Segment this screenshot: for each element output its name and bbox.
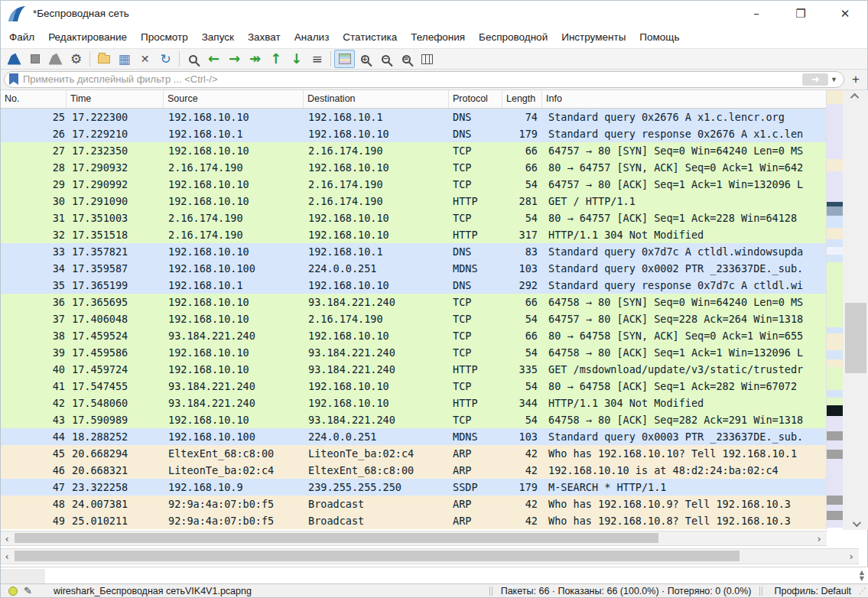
menu-беспроводной[interactable]: Беспроводной (472, 28, 554, 46)
hscroll1-thumb[interactable] (15, 533, 658, 543)
go-last-packet-button[interactable]: ↓ (286, 50, 307, 68)
edit-comment-icon[interactable]: ✎ (24, 585, 32, 596)
vertical-scrollbar[interactable] (843, 90, 868, 530)
scroll-up-button[interactable] (843, 90, 868, 102)
hscroll1-left-button[interactable]: ‹ (1, 531, 13, 545)
open-file-button[interactable] (93, 50, 114, 68)
capture-options-button[interactable]: ⚙ (66, 50, 86, 68)
packet-row[interactable]: 4520.668294EltexEnt_68:c8:00LiteonTe_ba:… (1, 445, 826, 462)
packet-row[interactable]: 3117.3510032.16.174.190192.168.10.10TCP5… (1, 210, 826, 226)
packet-row[interactable]: 4620.668321LiteonTe_ba:02:c4EltexEnt_68:… (1, 462, 826, 479)
vertical-scrollbar-thumb[interactable] (845, 303, 866, 373)
hscroll2-thumb[interactable] (15, 551, 740, 561)
packet-src: 192.168.10.1 (164, 125, 304, 142)
colorize-button[interactable] (334, 50, 355, 68)
packet-row[interactable]: 4824.00738192:9a:4a:07:b0:f5BroadcastARP… (1, 496, 826, 512)
go-to-packet-button[interactable]: ↠ (245, 50, 265, 68)
column-header-row: No.TimeSourceDestinationProtocolLengthIn… (1, 90, 826, 109)
save-file-button[interactable]: ▦ (114, 50, 135, 68)
packet-list-hscrollbar[interactable]: ‹ › (1, 531, 827, 546)
packet-row[interactable]: 4217.54806093.184.221.240192.168.10.10HT… (1, 395, 826, 411)
go-back-button[interactable]: ← (203, 50, 224, 68)
packet-row[interactable]: 4723.322258192.168.10.9239.255.255.250SS… (1, 479, 826, 496)
start-capture-button[interactable] (4, 50, 24, 68)
wireshark-window: *Беспроводная сеть – ❐ ✕ ФайлРедактирова… (0, 0, 868, 598)
column-header-time[interactable]: Time (67, 90, 164, 108)
packet-row[interactable]: 2817.2909322.16.174.190192.168.10.10TCP6… (1, 159, 826, 176)
packet-len: 54 (502, 378, 542, 395)
filter-dropdown-caret-icon[interactable]: ▼ (831, 76, 837, 83)
packet-row[interactable]: 3217.3515182.16.174.190192.168.10.10HTTP… (1, 226, 826, 243)
detail-pane-hscrollbar[interactable]: ‹ › (1, 548, 859, 564)
reload-file-button[interactable]: ↻ (155, 50, 176, 68)
stop-capture-button[interactable] (24, 50, 45, 68)
packet-info: 80 → 64757 [SYN, ACK] Seq=0 Ack=1 Win=64… (542, 159, 826, 176)
menu-просмотр[interactable]: Просмотр (134, 28, 195, 46)
minimize-button[interactable]: – (734, 1, 779, 26)
zoom-out-button[interactable]: − (375, 50, 396, 68)
packet-row[interactable]: 3417.359587192.168.10.100224.0.0.251MDNS… (1, 260, 826, 277)
restart-capture-button[interactable] (45, 50, 66, 68)
packet-row[interactable]: 4418.288252192.168.10.100224.0.0.251MDNS… (1, 428, 826, 445)
packet-row[interactable]: 3317.357821192.168.10.10192.168.10.1DNS8… (1, 243, 826, 260)
packet-row[interactable]: 2717.232350192.168.10.102.16.174.190TCP6… (1, 142, 826, 159)
resize-grip[interactable]: ⋰ (859, 587, 868, 595)
packet-len: 54 (502, 411, 542, 428)
profile-label[interactable]: Профиль: Default (763, 586, 859, 596)
packet-row[interactable]: 3017.291090192.168.10.102.16.174.190HTTP… (1, 193, 826, 210)
expert-info-icon[interactable] (8, 587, 18, 596)
packet-row[interactable]: 3617.365695192.168.10.1093.184.221.240TC… (1, 294, 826, 310)
packet-row[interactable]: 3717.406048192.168.10.102.16.174.190TCP5… (1, 310, 826, 327)
menu-захват[interactable]: Захват (241, 28, 288, 46)
column-header-source[interactable]: Source (164, 90, 304, 108)
minimap-band (827, 416, 843, 431)
column-header-destination[interactable]: Destination (304, 90, 449, 108)
column-header-protocol[interactable]: Protocol (449, 90, 502, 108)
menu-статистика[interactable]: Статистика (336, 28, 404, 46)
close-file-button[interactable]: ✕ (135, 50, 155, 68)
menu-редактирование[interactable]: Редактирование (41, 28, 134, 46)
apply-filter-button[interactable]: ➜ (802, 73, 828, 86)
menu-помощь[interactable]: Помощь (632, 28, 686, 46)
packet-row[interactable]: 4017.459724192.168.10.1093.184.221.240HT… (1, 361, 826, 378)
auto-scroll-button[interactable]: ≡ (307, 50, 327, 68)
packet-row[interactable]: 4117.54745593.184.221.240192.168.10.10TC… (1, 378, 826, 395)
close-button[interactable]: ✕ (823, 1, 867, 26)
column-header-info[interactable]: Info (542, 90, 826, 108)
display-filter-input[interactable] (23, 73, 802, 85)
hscroll1-right-button[interactable]: › (813, 531, 825, 545)
menu-запуск[interactable]: Запуск (195, 28, 241, 46)
resize-columns-button[interactable] (417, 50, 437, 68)
zoom-in-button[interactable]: + (355, 50, 375, 68)
packet-row[interactable]: 2617.229210192.168.10.1192.168.10.10DNS1… (1, 125, 826, 142)
packet-proto: HTTP (449, 226, 502, 243)
go-forward-button[interactable]: → (224, 50, 245, 68)
add-filter-button[interactable]: + (849, 72, 863, 87)
packet-row[interactable]: 3917.459586192.168.10.1093.184.221.240TC… (1, 344, 826, 361)
packet-time: 17.365695 (67, 294, 164, 310)
packet-row[interactable]: 3517.365199192.168.10.1192.168.10.10DNS2… (1, 277, 826, 294)
hscroll2-right-button[interactable]: › (845, 549, 857, 564)
menu-инструменты[interactable]: Инструменты (554, 28, 632, 46)
packet-row[interactable]: 2517.222300192.168.10.10192.168.10.1DNS7… (1, 109, 826, 125)
packet-row[interactable]: 2917.290992192.168.10.102.16.174.190TCP5… (1, 176, 826, 193)
zoom-reset-button[interactable]: = (396, 50, 417, 68)
packet-row[interactable]: 3817.45952493.184.221.240192.168.10.10TC… (1, 327, 826, 344)
pane-spinner[interactable]: ▲▼ (860, 570, 864, 582)
maximize-button[interactable]: ❐ (779, 1, 823, 26)
packet-minimap[interactable] (826, 90, 843, 530)
hscroll2-left-button[interactable]: ‹ (1, 549, 13, 564)
packet-row[interactable]: 4925.01021192:9a:4a:07:b0:f5BroadcastARP… (1, 512, 826, 529)
column-header-length[interactable]: Length (502, 90, 542, 108)
find-packet-button[interactable] (183, 50, 203, 68)
packet-row[interactable]: 4317.590989192.168.10.1093.184.221.240TC… (1, 411, 826, 428)
menu-файл[interactable]: Файл (2, 28, 41, 46)
column-header-no[interactable]: No. (1, 90, 67, 108)
filter-bookmark-icon[interactable] (9, 73, 18, 85)
menu-анализ[interactable]: Анализ (288, 28, 336, 46)
packet-info: 192.168.10.10 is at 48:d2:24:ba:02:c4 (542, 462, 826, 479)
scroll-down-button[interactable] (843, 518, 868, 530)
menu-телефония[interactable]: Телефония (404, 28, 472, 46)
packet-src: 192.168.10.10 (164, 294, 304, 310)
go-first-packet-button[interactable]: ↑ (265, 50, 286, 68)
